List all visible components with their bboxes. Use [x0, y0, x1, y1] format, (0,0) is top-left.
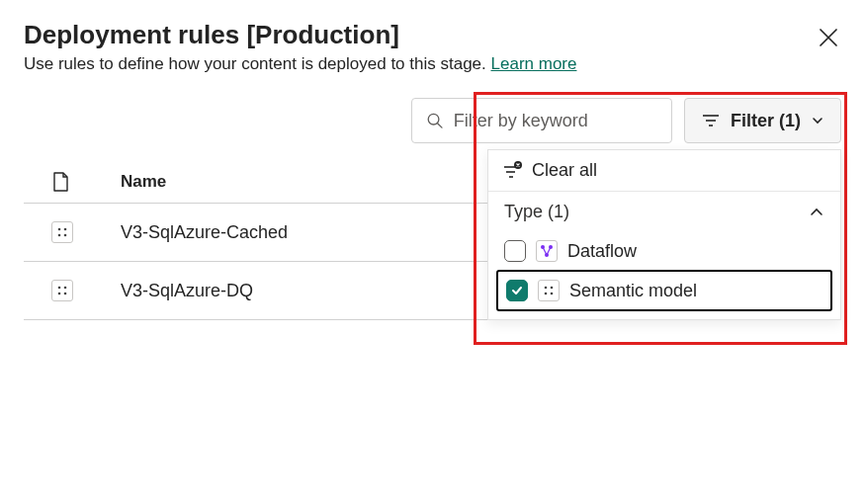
close-button[interactable] [816, 25, 841, 50]
svg-point-15 [551, 293, 554, 295]
clear-all-label: Clear all [532, 160, 597, 181]
filter-button[interactable]: Filter (1) [684, 98, 841, 143]
filter-section-type[interactable]: Type (1) [488, 192, 840, 232]
svg-point-19 [64, 234, 67, 237]
search-icon [426, 111, 444, 130]
close-icon [820, 29, 837, 46]
row-name: V3-SqlAzure-DQ [121, 281, 253, 301]
svg-point-12 [545, 287, 548, 290]
search-input-wrapper[interactable] [411, 98, 672, 143]
file-icon [51, 171, 69, 193]
column-header-name[interactable]: Name [121, 172, 166, 192]
clear-all-button[interactable]: Clear all [488, 150, 840, 192]
filter-option-semantic-model[interactable]: Semantic model [496, 270, 832, 311]
filter-button-label: Filter (1) [731, 111, 801, 131]
dataflow-icon [536, 240, 558, 262]
filter-panel: Clear all Type (1) Dataflow Semant [487, 149, 841, 320]
learn-more-link[interactable]: Learn more [491, 54, 577, 73]
svg-point-17 [64, 228, 67, 231]
semantic-model-icon [51, 221, 73, 243]
svg-point-23 [64, 293, 67, 295]
chevron-down-icon [811, 114, 824, 127]
svg-point-16 [58, 228, 61, 231]
svg-point-13 [551, 287, 554, 290]
page-subtitle: Use rules to define how your content is … [24, 54, 841, 74]
svg-point-20 [58, 287, 61, 290]
row-name: V3-SqlAzure-Cached [121, 222, 288, 243]
checkbox-checked[interactable] [506, 280, 528, 301]
semantic-model-icon [538, 280, 560, 301]
svg-point-22 [58, 293, 61, 295]
svg-point-21 [64, 287, 67, 290]
search-input[interactable] [452, 110, 657, 132]
chevron-up-icon [809, 205, 824, 220]
svg-point-14 [545, 293, 548, 295]
svg-point-18 [58, 234, 61, 237]
check-icon [510, 284, 524, 297]
svg-line-1 [438, 124, 442, 127]
page-title: Deployment rules [Production] [24, 20, 399, 50]
filter-option-dataflow[interactable]: Dataflow [496, 232, 832, 270]
filter-section-type-label: Type (1) [504, 202, 569, 222]
semantic-model-icon [51, 280, 73, 301]
filter-option-label: Dataflow [567, 241, 637, 262]
filter-icon [701, 111, 721, 130]
clear-filter-icon [502, 161, 522, 181]
filter-option-label: Semantic model [569, 281, 697, 301]
checkbox-unchecked[interactable] [504, 240, 526, 262]
